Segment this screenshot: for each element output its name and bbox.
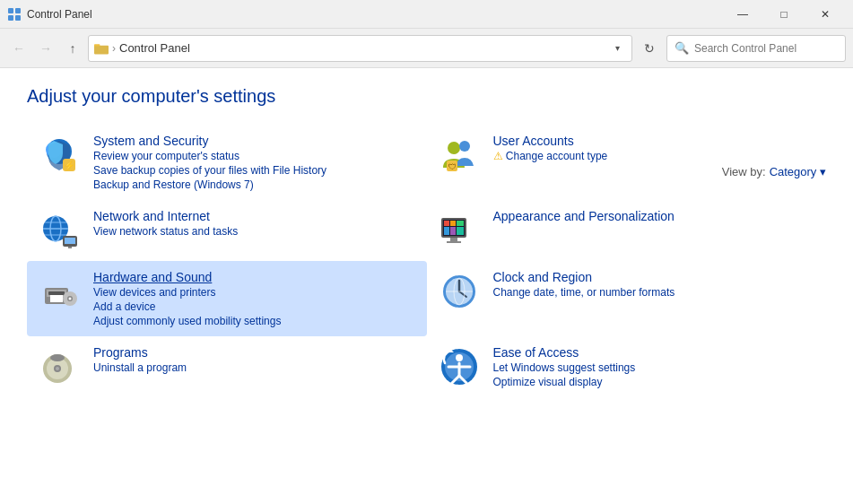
svg-rect-26 [450,221,456,226]
clock-title[interactable]: Clock and Region [493,270,675,284]
network-icon [38,209,81,252]
svg-text:⚡: ⚡ [64,160,75,171]
user-icon: 🛡 [438,134,481,177]
svg-rect-35 [48,291,65,295]
svg-rect-21 [65,238,75,244]
user-link-1[interactable]: ⚠ Change account type [493,150,608,162]
svg-point-50 [56,367,59,370]
hardware-content: Hardware and Sound View devices and prin… [93,270,281,327]
back-button[interactable]: ← [7,37,30,60]
svg-text:🛡: 🛡 [448,162,456,171]
svg-rect-27 [457,221,464,226]
search-icon: 🔍 [675,41,689,55]
svg-rect-6 [94,44,100,46]
breadcrumb-text: Control Panel [119,41,605,55]
system-link-3[interactable]: Backup and Restore (Windows 7) [93,178,326,191]
appearance-title[interactable]: Appearance and Personalization [493,209,675,223]
breadcrumb-separator: › [112,42,116,55]
title-bar: Control Panel — □ ✕ [0,0,853,29]
app-icon [7,7,22,22]
refresh-button[interactable]: ↻ [636,35,663,62]
svg-point-39 [69,298,72,300]
clock-link-1[interactable]: Change date, time, or number formats [493,286,675,299]
programs-content: Programs Uninstall a program [93,345,187,374]
category-user[interactable]: 🛡 User Accounts ⚠ Change account type [427,125,827,200]
search-input[interactable] [694,42,838,55]
svg-rect-22 [68,247,72,248]
maximize-button[interactable]: □ [763,0,805,29]
forward-button[interactable]: → [34,37,57,60]
svg-rect-3 [15,15,21,21]
appearance-icon [438,209,481,252]
svg-rect-32 [447,241,461,243]
view-by: View by: Category ▾ [722,165,826,178]
clock-icon [438,270,481,313]
page-title: Adjust your computer's settings [27,86,826,107]
ease-content: Ease of Access Let Windows suggest setti… [493,345,636,388]
ease-icon [438,345,481,388]
window-title: Control Panel [27,8,92,21]
svg-rect-25 [444,221,449,226]
svg-rect-28 [444,227,449,235]
category-system[interactable]: ⚡ System and Security Review your comput… [27,125,427,200]
ease-link-2[interactable]: Optimize visual display [493,376,636,388]
svg-rect-36 [50,295,63,302]
programs-link-1[interactable]: Uninstall a program [93,361,187,374]
search-box[interactable]: 🔍 [666,35,846,62]
svg-rect-29 [450,227,456,235]
categories-grid: ⚡ System and Security Review your comput… [27,125,826,397]
programs-icon [38,345,81,388]
category-clock[interactable]: Clock and Region Change date, time, or n… [427,261,827,336]
folder-icon [94,42,109,55]
system-link-2[interactable]: Save backup copies of your files with Fi… [93,164,326,177]
category-ease[interactable]: Ease of Access Let Windows suggest setti… [427,336,827,397]
hardware-title[interactable]: Hardware and Sound [93,270,281,284]
network-link-1[interactable]: View network status and tasks [93,225,238,238]
hardware-link-1[interactable]: View devices and printers [93,286,281,299]
user-content: User Accounts ⚠ Change account type [493,134,608,162]
svg-rect-2 [8,15,13,21]
address-input[interactable]: › Control Panel ▾ [88,35,632,62]
svg-rect-1 [15,8,21,13]
system-link-1[interactable]: Review your computer's status [93,150,326,162]
view-by-label: View by: [722,165,766,178]
svg-rect-30 [457,227,464,235]
svg-point-51 [50,354,65,361]
address-bar: ← → ↑ › Control Panel ▾ ↻ 🔍 [0,29,853,68]
category-network[interactable]: Network and Internet View network status… [27,200,427,261]
svg-rect-0 [8,8,13,13]
category-appearance[interactable]: Appearance and Personalization [427,200,827,261]
category-programs[interactable]: Programs Uninstall a program [27,336,427,397]
address-dropdown-button[interactable]: ▾ [608,36,626,61]
minimize-button[interactable]: — [722,0,763,29]
window-controls: — □ ✕ [722,0,846,29]
up-button[interactable]: ↑ [61,37,84,60]
hardware-link-2[interactable]: Add a device [93,300,281,313]
ease-link-1[interactable]: Let Windows suggest settings [493,361,636,374]
network-content: Network and Internet View network status… [93,209,238,238]
hardware-icon [38,270,81,313]
programs-title[interactable]: Programs [93,345,187,360]
system-title[interactable]: System and Security [93,134,326,148]
system-icon: ⚡ [38,134,81,177]
system-content: System and Security Review your computer… [93,134,326,191]
network-title[interactable]: Network and Internet [93,209,238,223]
svg-point-12 [459,141,470,152]
category-hardware[interactable]: Hardware and Sound View devices and prin… [27,261,427,336]
close-button[interactable]: ✕ [805,0,846,29]
main-content: Adjust your computer's settings View by:… [0,68,853,504]
svg-point-11 [448,142,460,154]
hardware-link-3[interactable]: Adjust commonly used mobility settings [93,315,281,327]
view-by-dropdown[interactable]: Category ▾ [770,165,826,178]
svg-point-54 [456,354,463,361]
appearance-content: Appearance and Personalization [493,209,675,223]
user-title[interactable]: User Accounts [493,134,608,148]
ease-title[interactable]: Ease of Access [493,345,636,360]
clock-content: Clock and Region Change date, time, or n… [493,270,675,299]
svg-rect-31 [450,238,457,241]
